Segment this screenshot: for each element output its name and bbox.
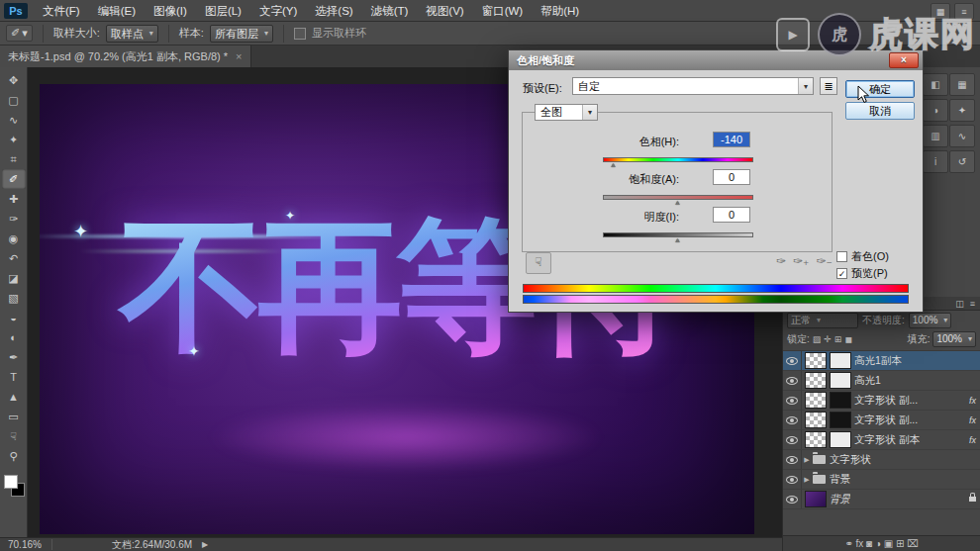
healing-tool-icon[interactable]: ✚ xyxy=(2,189,26,209)
menu-item[interactable]: 编辑(E) xyxy=(89,0,145,22)
type-tool-icon[interactable]: T xyxy=(2,367,26,387)
hue-value-field[interactable]: -140 xyxy=(713,132,750,147)
menu-item[interactable]: 窗口(W) xyxy=(473,0,533,22)
colorize-checkbox[interactable] xyxy=(836,251,847,262)
layer-thumbnail[interactable] xyxy=(805,412,827,428)
layer-name[interactable]: 高光1副本 xyxy=(854,354,902,368)
preset-options-button[interactable]: ≣ xyxy=(820,77,837,95)
fx-badge[interactable]: fx xyxy=(969,415,976,425)
layer-row[interactable]: ▶ 文字形状 fx xyxy=(783,450,980,470)
layer-name[interactable]: 文字形状 xyxy=(830,453,871,467)
layer-name[interactable]: 文字形状 副... xyxy=(854,394,918,408)
layer-thumbnail[interactable] xyxy=(805,372,827,389)
layer-thumbnail[interactable] xyxy=(805,491,827,507)
color-panel-icon[interactable]: ◧ xyxy=(923,73,948,96)
hue-slider-handle[interactable]: ▲ xyxy=(610,161,617,168)
fill-dropdown[interactable]: 100% ▾ xyxy=(932,331,976,347)
layer-thumbnail[interactable] xyxy=(805,352,827,369)
preset-dropdown[interactable]: 自定 ▾ xyxy=(572,77,814,95)
mask-thumbnail[interactable] xyxy=(830,392,851,409)
eraser-tool-icon[interactable]: ◪ xyxy=(2,268,26,288)
visibility-eye-icon[interactable] xyxy=(783,470,802,489)
clone-stamp-tool-icon[interactable]: ◉ xyxy=(2,229,26,248)
hand-tool-icon[interactable]: ☟ xyxy=(2,426,26,446)
layer-row[interactable]: ▶ 背景 fx xyxy=(783,490,980,509)
saturation-slider-handle[interactable]: ▲ xyxy=(674,199,681,206)
color-swatches[interactable] xyxy=(3,474,25,498)
sample-dropdown[interactable]: 所有图层 ▾ xyxy=(210,25,273,43)
lightness-value-field[interactable]: 0 xyxy=(713,207,750,223)
group-expander-icon[interactable]: ▶ xyxy=(802,456,812,464)
visibility-eye-icon[interactable] xyxy=(783,450,802,469)
lock-all-icon[interactable]: ◼ xyxy=(844,334,851,344)
mask-thumbnail[interactable] xyxy=(830,431,851,448)
workspace-grid-icon[interactable]: ▦ xyxy=(931,3,950,20)
layer-row[interactable]: ▶ 高光1 fx xyxy=(783,371,980,391)
fx-badge[interactable]: fx xyxy=(969,435,976,445)
eyedropper-sample-icon[interactable]: ✑ xyxy=(776,254,786,268)
dodge-tool-icon[interactable]: ◐ xyxy=(2,327,26,347)
menu-item[interactable]: 选择(S) xyxy=(306,0,361,22)
crop-tool-icon[interactable]: ⌗ xyxy=(2,149,26,169)
move-tool-icon[interactable]: ✥ xyxy=(2,70,26,90)
quick-select-tool-icon[interactable]: ✦ xyxy=(2,130,26,149)
shape-tool-icon[interactable]: ▭ xyxy=(2,407,26,426)
visibility-eye-icon[interactable] xyxy=(783,490,802,508)
ok-button[interactable]: 确定 xyxy=(845,80,915,98)
layer-name[interactable]: 背景 xyxy=(830,473,850,487)
menu-item[interactable]: 滤镜(T) xyxy=(362,0,418,22)
mask-thumbnail[interactable] xyxy=(830,372,851,389)
blend-mode-dropdown[interactable]: 正常 ▾ xyxy=(787,313,858,328)
info-panel-icon[interactable]: i xyxy=(923,150,948,173)
visibility-eye-icon[interactable] xyxy=(783,391,802,410)
layer-name[interactable]: 文字形状 副本 xyxy=(854,433,920,447)
history-brush-tool-icon[interactable]: ↶ xyxy=(2,248,26,268)
zoom-level-field[interactable]: 70.16% xyxy=(0,539,52,550)
menu-item[interactable]: 图层(L) xyxy=(196,0,250,22)
lock-transparency-icon[interactable]: ▨ xyxy=(813,334,822,344)
zoom-tool-icon[interactable]: ⚲ xyxy=(2,446,26,466)
dialog-title-bar[interactable]: 色相/饱和度 × xyxy=(509,50,923,70)
show-sampling-ring-checkbox[interactable] xyxy=(294,28,306,40)
eyedropper-add-icon[interactable]: ✑₊ xyxy=(793,254,809,268)
close-dialog-icon[interactable]: × xyxy=(889,52,919,68)
adjustments-panel-icon[interactable]: ◑ xyxy=(923,99,948,122)
layer-row[interactable]: ▶ 文字形状 副... fx xyxy=(783,411,980,430)
mask-thumbnail[interactable] xyxy=(830,352,851,369)
history-panel-icon[interactable]: ↺ xyxy=(949,150,975,173)
tool-preset-button[interactable]: ✐ ▾ xyxy=(6,25,33,42)
panel-collapse-icon[interactable]: ◫ xyxy=(955,299,964,309)
lasso-tool-icon[interactable]: ∿ xyxy=(2,110,26,130)
mask-thumbnail[interactable] xyxy=(830,412,851,428)
menu-item[interactable]: 文件(F) xyxy=(34,0,89,22)
layer-name[interactable]: 背景 xyxy=(830,493,850,506)
opacity-dropdown[interactable]: 100% ▾ xyxy=(909,313,952,328)
menu-item[interactable]: 图像(I) xyxy=(145,0,196,22)
marquee-tool-icon[interactable]: ▢ xyxy=(2,90,26,110)
brush-tool-icon[interactable]: ✑ xyxy=(2,209,26,229)
layers-footer-icons[interactable]: ⚭ fx ◙ ◑ ▣ ⊞ ⌧ xyxy=(844,538,918,549)
layer-row[interactable]: ▶ 背景 fx xyxy=(783,470,980,490)
path-select-tool-icon[interactable]: ▲ xyxy=(2,387,26,407)
lightness-slider-handle[interactable]: ▲ xyxy=(674,236,681,243)
eyedropper-subtract-icon[interactable]: ✑₋ xyxy=(816,254,832,268)
blur-tool-icon[interactable]: ◒ xyxy=(2,308,26,327)
targeted-adjustment-icon[interactable]: ☟ xyxy=(526,252,551,274)
foreground-color-swatch[interactable] xyxy=(4,475,18,489)
eyedropper-tool-icon[interactable]: ✐ xyxy=(2,169,26,189)
visibility-eye-icon[interactable] xyxy=(783,371,802,390)
document-tab[interactable]: 未标题-1.psd @ 70.2% (高光1 副本, RGB/8) * × xyxy=(0,46,251,67)
panel-menu-icon[interactable]: ≡ xyxy=(970,299,975,309)
status-options-arrow-icon[interactable]: ▶ xyxy=(202,540,208,549)
lock-position-icon[interactable]: ⊞ xyxy=(834,334,842,344)
layer-thumbnail[interactable] xyxy=(805,392,827,409)
preview-checkbox[interactable]: ✓ xyxy=(836,268,847,279)
paths-panel-icon[interactable]: ∿ xyxy=(949,125,975,147)
sample-size-dropdown[interactable]: 取样点 ▾ xyxy=(106,25,158,43)
styles-panel-icon[interactable]: ✦ xyxy=(949,99,975,122)
visibility-eye-icon[interactable] xyxy=(783,411,802,429)
layer-row[interactable]: ▶ 高光1副本 fx xyxy=(783,351,980,371)
menu-item[interactable]: 帮助(H) xyxy=(532,0,588,22)
channels-panel-icon[interactable]: ▥ xyxy=(923,125,948,147)
gradient-tool-icon[interactable]: ▧ xyxy=(2,288,26,308)
